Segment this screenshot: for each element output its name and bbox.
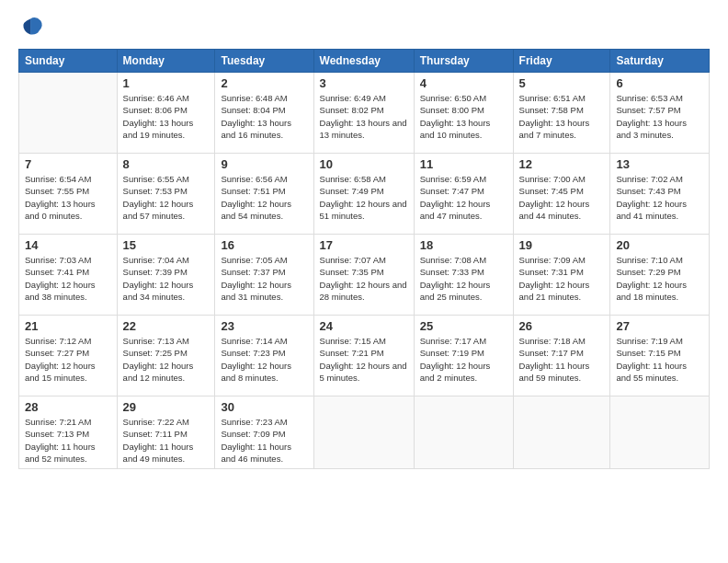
- day-info: Sunrise: 7:07 AM Sunset: 7:35 PM Dayligh…: [320, 254, 408, 303]
- page: SundayMondayTuesdayWednesdayThursdayFrid…: [0, 0, 728, 563]
- day-cell: [313, 396, 414, 469]
- weekday-header-wednesday: Wednesday: [313, 50, 414, 73]
- day-number: 27: [616, 319, 703, 333]
- day-number: 18: [420, 238, 507, 252]
- weekday-header-thursday: Thursday: [414, 50, 513, 73]
- day-info: Sunrise: 6:58 AM Sunset: 7:49 PM Dayligh…: [320, 173, 408, 222]
- day-info: Sunrise: 7:04 AM Sunset: 7:39 PM Dayligh…: [123, 254, 210, 303]
- weekday-header-saturday: Saturday: [610, 50, 710, 73]
- logo-icon: [18, 14, 44, 40]
- day-number: 25: [420, 319, 507, 333]
- day-number: 3: [320, 76, 408, 90]
- week-row-1: 7Sunrise: 6:54 AM Sunset: 7:55 PM Daylig…: [19, 154, 710, 235]
- day-number: 16: [221, 238, 307, 252]
- day-info: Sunrise: 7:09 AM Sunset: 7:31 PM Dayligh…: [519, 254, 605, 303]
- day-info: Sunrise: 6:59 AM Sunset: 7:47 PM Dayligh…: [420, 173, 507, 222]
- week-row-2: 14Sunrise: 7:03 AM Sunset: 7:41 PM Dayli…: [19, 235, 710, 316]
- day-cell: 13Sunrise: 7:02 AM Sunset: 7:43 PM Dayli…: [610, 154, 710, 235]
- day-cell: 9Sunrise: 6:56 AM Sunset: 7:51 PM Daylig…: [215, 154, 313, 235]
- day-cell: 30Sunrise: 7:23 AM Sunset: 7:09 PM Dayli…: [215, 396, 313, 469]
- day-cell: 10Sunrise: 6:58 AM Sunset: 7:49 PM Dayli…: [313, 154, 414, 235]
- day-info: Sunrise: 6:49 AM Sunset: 8:02 PM Dayligh…: [320, 92, 408, 141]
- calendar-table: SundayMondayTuesdayWednesdayThursdayFrid…: [18, 49, 710, 469]
- day-cell: 8Sunrise: 6:55 AM Sunset: 7:53 PM Daylig…: [117, 154, 215, 235]
- day-info: Sunrise: 7:21 AM Sunset: 7:13 PM Dayligh…: [25, 416, 111, 465]
- day-cell: 19Sunrise: 7:09 AM Sunset: 7:31 PM Dayli…: [513, 235, 610, 316]
- day-cell: [414, 396, 513, 469]
- day-number: 11: [420, 157, 507, 171]
- day-info: Sunrise: 7:18 AM Sunset: 7:17 PM Dayligh…: [519, 335, 605, 384]
- weekday-header-friday: Friday: [513, 50, 610, 73]
- day-cell: 29Sunrise: 7:22 AM Sunset: 7:11 PM Dayli…: [117, 396, 215, 469]
- day-number: 6: [616, 76, 703, 90]
- day-number: 24: [320, 319, 408, 333]
- day-cell: 14Sunrise: 7:03 AM Sunset: 7:41 PM Dayli…: [19, 235, 118, 316]
- weekday-header-row: SundayMondayTuesdayWednesdayThursdayFrid…: [19, 50, 710, 73]
- day-info: Sunrise: 6:48 AM Sunset: 8:04 PM Dayligh…: [221, 92, 307, 141]
- day-cell: 22Sunrise: 7:13 AM Sunset: 7:25 PM Dayli…: [117, 316, 215, 396]
- day-cell: [610, 396, 710, 469]
- day-number: 28: [25, 400, 111, 414]
- day-info: Sunrise: 7:08 AM Sunset: 7:33 PM Dayligh…: [420, 254, 507, 303]
- day-cell: 18Sunrise: 7:08 AM Sunset: 7:33 PM Dayli…: [414, 235, 513, 316]
- day-info: Sunrise: 7:13 AM Sunset: 7:25 PM Dayligh…: [123, 335, 210, 384]
- week-row-4: 28Sunrise: 7:21 AM Sunset: 7:13 PM Dayli…: [19, 396, 710, 469]
- day-cell: 11Sunrise: 6:59 AM Sunset: 7:47 PM Dayli…: [414, 154, 513, 235]
- day-number: 4: [420, 76, 507, 90]
- day-cell: 2Sunrise: 6:48 AM Sunset: 8:04 PM Daylig…: [215, 73, 313, 154]
- day-cell: [513, 396, 610, 469]
- day-number: 17: [320, 238, 408, 252]
- day-number: 9: [221, 157, 307, 171]
- day-cell: 23Sunrise: 7:14 AM Sunset: 7:23 PM Dayli…: [215, 316, 313, 396]
- day-cell: 6Sunrise: 6:53 AM Sunset: 7:57 PM Daylig…: [610, 73, 710, 154]
- day-cell: 5Sunrise: 6:51 AM Sunset: 7:58 PM Daylig…: [513, 73, 610, 154]
- day-number: 23: [221, 319, 307, 333]
- day-cell: 17Sunrise: 7:07 AM Sunset: 7:35 PM Dayli…: [313, 235, 414, 316]
- day-cell: 12Sunrise: 7:00 AM Sunset: 7:45 PM Dayli…: [513, 154, 610, 235]
- day-info: Sunrise: 6:50 AM Sunset: 8:00 PM Dayligh…: [420, 92, 507, 141]
- day-info: Sunrise: 6:46 AM Sunset: 8:06 PM Dayligh…: [123, 92, 210, 141]
- header: [18, 14, 710, 40]
- day-cell: 4Sunrise: 6:50 AM Sunset: 8:00 PM Daylig…: [414, 73, 513, 154]
- day-cell: 24Sunrise: 7:15 AM Sunset: 7:21 PM Dayli…: [313, 316, 414, 396]
- day-info: Sunrise: 7:02 AM Sunset: 7:43 PM Dayligh…: [616, 173, 703, 222]
- day-cell: 25Sunrise: 7:17 AM Sunset: 7:19 PM Dayli…: [414, 316, 513, 396]
- day-info: Sunrise: 7:15 AM Sunset: 7:21 PM Dayligh…: [320, 335, 408, 384]
- day-number: 22: [123, 319, 210, 333]
- day-cell: 3Sunrise: 6:49 AM Sunset: 8:02 PM Daylig…: [313, 73, 414, 154]
- day-cell: 27Sunrise: 7:19 AM Sunset: 7:15 PM Dayli…: [610, 316, 710, 396]
- day-number: 13: [616, 157, 703, 171]
- weekday-header-tuesday: Tuesday: [215, 50, 313, 73]
- day-number: 8: [123, 157, 210, 171]
- day-cell: 28Sunrise: 7:21 AM Sunset: 7:13 PM Dayli…: [19, 396, 118, 469]
- day-number: 19: [519, 238, 605, 252]
- day-number: 7: [25, 157, 111, 171]
- day-number: 1: [123, 76, 210, 90]
- day-number: 12: [519, 157, 605, 171]
- day-number: 20: [616, 238, 703, 252]
- day-number: 5: [519, 76, 605, 90]
- day-cell: 1Sunrise: 6:46 AM Sunset: 8:06 PM Daylig…: [117, 73, 215, 154]
- day-cell: 15Sunrise: 7:04 AM Sunset: 7:39 PM Dayli…: [117, 235, 215, 316]
- day-info: Sunrise: 7:14 AM Sunset: 7:23 PM Dayligh…: [221, 335, 307, 384]
- week-row-0: 1Sunrise: 6:46 AM Sunset: 8:06 PM Daylig…: [19, 73, 710, 154]
- week-row-3: 21Sunrise: 7:12 AM Sunset: 7:27 PM Dayli…: [19, 316, 710, 396]
- day-number: 30: [221, 400, 307, 414]
- day-info: Sunrise: 7:00 AM Sunset: 7:45 PM Dayligh…: [519, 173, 605, 222]
- day-number: 15: [123, 238, 210, 252]
- day-info: Sunrise: 6:56 AM Sunset: 7:51 PM Dayligh…: [221, 173, 307, 222]
- day-info: Sunrise: 6:55 AM Sunset: 7:53 PM Dayligh…: [123, 173, 210, 222]
- day-info: Sunrise: 7:19 AM Sunset: 7:15 PM Dayligh…: [616, 335, 703, 384]
- day-info: Sunrise: 7:03 AM Sunset: 7:41 PM Dayligh…: [25, 254, 111, 303]
- day-number: 21: [25, 319, 111, 333]
- logo: [18, 14, 48, 40]
- day-number: 2: [221, 76, 307, 90]
- day-cell: 21Sunrise: 7:12 AM Sunset: 7:27 PM Dayli…: [19, 316, 118, 396]
- day-cell: 7Sunrise: 6:54 AM Sunset: 7:55 PM Daylig…: [19, 154, 118, 235]
- day-info: Sunrise: 6:51 AM Sunset: 7:58 PM Dayligh…: [519, 92, 605, 141]
- day-number: 26: [519, 319, 605, 333]
- day-info: Sunrise: 6:53 AM Sunset: 7:57 PM Dayligh…: [616, 92, 703, 141]
- day-info: Sunrise: 7:17 AM Sunset: 7:19 PM Dayligh…: [420, 335, 507, 384]
- day-info: Sunrise: 7:22 AM Sunset: 7:11 PM Dayligh…: [123, 416, 210, 465]
- day-cell: 16Sunrise: 7:05 AM Sunset: 7:37 PM Dayli…: [215, 235, 313, 316]
